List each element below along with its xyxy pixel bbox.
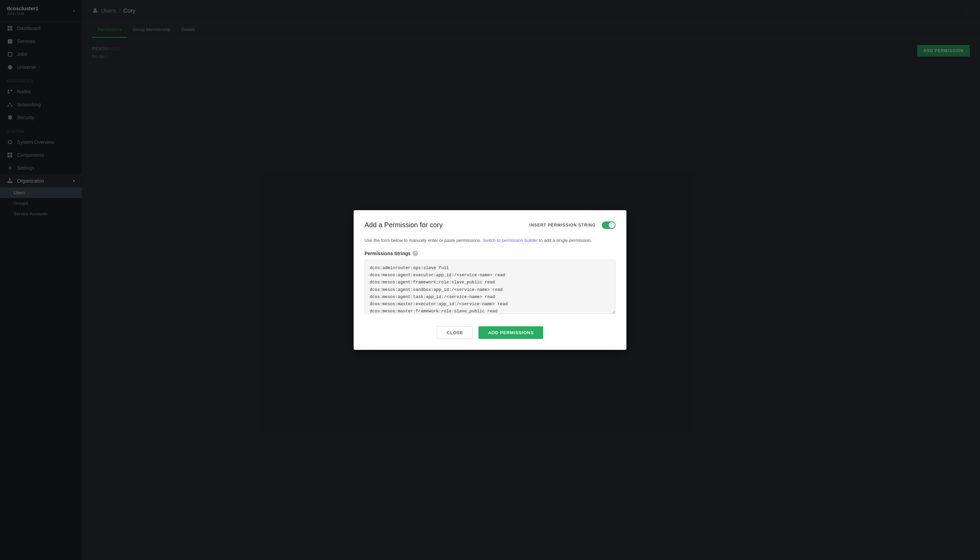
modal-add-permission: Add a Permission for cory INSERT PERMISS… [354, 210, 626, 350]
toggle-label: INSERT PERMISSION STRING [530, 223, 596, 228]
modal-footer: CLOSE ADD PERMISSIONS [365, 326, 615, 339]
modal-overlay[interactable]: Add a Permission for cory INSERT PERMISS… [0, 0, 980, 560]
close-button[interactable]: CLOSE [437, 326, 473, 339]
help-icon[interactable]: ? [413, 251, 418, 256]
add-permissions-button[interactable]: ADD PERMISSIONS [478, 326, 543, 339]
toggle-container: INSERT PERMISSION STRING [530, 222, 615, 229]
permission-string-toggle[interactable] [602, 222, 615, 229]
permissions-strings-label: Permissions Strings ? [365, 251, 615, 256]
modal-title: Add a Permission for cory [365, 221, 443, 229]
modal-header: Add a Permission for cory INSERT PERMISS… [365, 221, 615, 229]
description-before: Use the form below to manually enter or … [365, 238, 482, 243]
switch-to-builder-link[interactable]: Switch to permission builder [483, 238, 538, 243]
modal-description: Use the form below to manually enter or … [365, 237, 615, 244]
permissions-textarea[interactable] [365, 260, 615, 314]
description-after: to add a single permission. [539, 238, 592, 243]
